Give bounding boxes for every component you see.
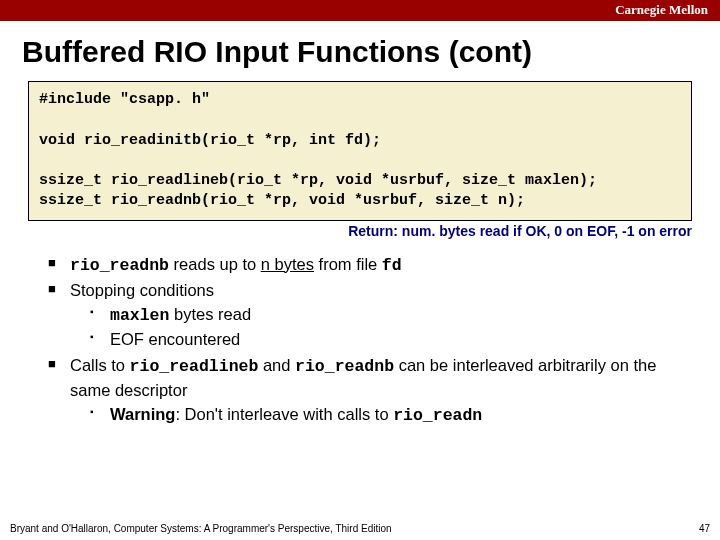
header-org: Carnegie Mellon	[615, 2, 708, 17]
bold-text: Warning	[110, 405, 175, 423]
code-token: fd	[382, 256, 402, 275]
code-token: rio_readlineb	[130, 357, 259, 376]
sub-bullet-item: Warning: Don't interleave with calls to …	[90, 403, 692, 428]
code-token: rio_readnb	[295, 357, 394, 376]
code-token: rio_readnb	[70, 256, 169, 275]
header-bar: Carnegie Mellon	[0, 0, 720, 21]
bullet-item: rio_readnb reads up to n bytes from file…	[48, 253, 692, 278]
text: and	[258, 356, 295, 374]
text: EOF encountered	[110, 330, 240, 348]
sub-bullet-item: maxlen bytes read	[90, 303, 692, 328]
bullet-item: Stopping conditions maxlen bytes read EO…	[48, 279, 692, 352]
page-number: 47	[699, 523, 710, 534]
footer-left: Bryant and O'Hallaron, Computer Systems:…	[10, 523, 392, 534]
footer: Bryant and O'Hallaron, Computer Systems:…	[10, 523, 710, 534]
sub-bullet-item: EOF encountered	[90, 328, 692, 352]
text: Calls to	[70, 356, 130, 374]
text: bytes read	[169, 305, 251, 323]
return-note: Return: num. bytes read if OK, 0 on EOF,…	[28, 223, 692, 239]
code-block: #include "csapp. h" void rio_readinitb(r…	[28, 81, 692, 221]
code-token: maxlen	[110, 306, 169, 325]
bullet-item: Calls to rio_readlineb and rio_readnb ca…	[48, 354, 692, 428]
bullet-list: rio_readnb reads up to n bytes from file…	[48, 253, 692, 428]
slide-title: Buffered RIO Input Functions (cont)	[22, 35, 720, 69]
text: : Don't interleave with calls to	[175, 405, 393, 423]
underline-text: n bytes	[261, 255, 314, 273]
text: Stopping conditions	[70, 281, 214, 299]
text: reads up to	[169, 255, 261, 273]
code-token: rio_readn	[393, 406, 482, 425]
text: from file	[314, 255, 382, 273]
